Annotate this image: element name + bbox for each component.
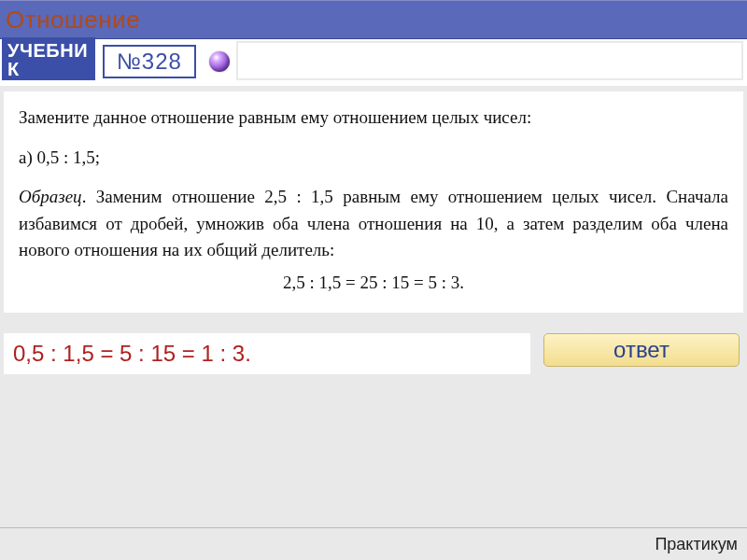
problem-prompt: Замените данное отношение равным ему отн… [19,105,728,132]
sample-text: . Заменим отношение 2,5 : 1,5 равным ему… [19,187,728,259]
problem-number-box: №328 [103,45,196,78]
problem-part-a: а) 0,5 : 1,5; [19,145,728,172]
footer-label: Практикум [655,535,738,554]
solution-text: 0,5 : 1,5 = 5 : 15 = 1 : 3. [4,333,530,374]
subheader: УЧЕБНИК №328 [0,39,747,86]
problem-equation: 2,5 : 1,5 = 25 : 15 = 5 : 3. [19,270,728,297]
answer-row: 0,5 : 1,5 = 5 : 15 = 1 : 3. ответ [4,333,743,374]
problem-sample: Образец. Заменим отношение 2,5 : 1,5 рав… [19,184,728,264]
status-orb-icon[interactable] [209,51,230,72]
textbook-badge: УЧЕБНИК [2,37,95,80]
title-bar: Отношение [0,0,747,39]
page-title: Отношение [6,6,140,35]
footer-separator [0,527,747,528]
answer-button[interactable]: ответ [543,333,740,367]
sample-label: Образец [19,187,82,206]
header-input-area[interactable] [236,41,743,80]
problem-card: Замените данное отношение равным ему отн… [4,91,743,313]
